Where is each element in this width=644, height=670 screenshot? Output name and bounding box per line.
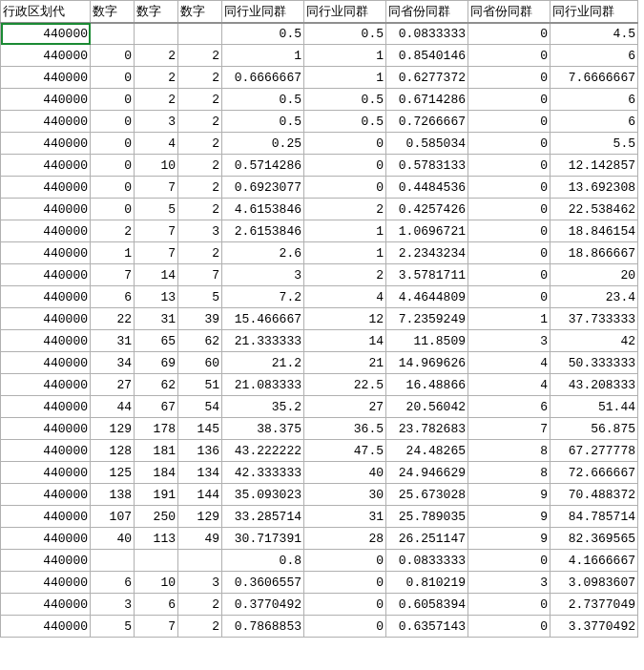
cell[interactable]: 0 (468, 23, 551, 45)
cell[interactable]: 0 (91, 45, 135, 67)
cell[interactable] (178, 550, 222, 572)
cell[interactable]: 0.6357143 (386, 616, 468, 638)
cell[interactable]: 7 (468, 418, 551, 440)
cell[interactable]: 0.4257426 (386, 199, 468, 220)
cell[interactable]: 16.48866 (386, 374, 468, 396)
cell[interactable]: 23.4 (551, 286, 638, 308)
cell[interactable]: 62 (135, 374, 178, 396)
cell[interactable]: 0.3606557 (222, 572, 304, 594)
cell[interactable]: 3.3770492 (551, 616, 638, 638)
cell[interactable]: 23.782683 (386, 418, 468, 440)
column-header[interactable]: 数字 (91, 1, 135, 23)
cell[interactable]: 184 (135, 462, 178, 484)
cell[interactable]: 18.846154 (551, 220, 638, 242)
cell[interactable]: 60 (178, 352, 222, 374)
cell[interactable]: 4.4644809 (386, 286, 468, 308)
cell[interactable]: 43.222222 (222, 440, 304, 462)
cell[interactable]: 0 (468, 286, 551, 308)
cell[interactable]: 40 (91, 528, 135, 550)
cell[interactable]: 36.5 (304, 418, 386, 440)
cell[interactable]: 7.2359249 (386, 308, 468, 330)
cell[interactable]: 440000 (1, 374, 91, 396)
cell[interactable]: 440000 (1, 396, 91, 418)
cell[interactable]: 0 (304, 155, 386, 177)
cell[interactable]: 30 (304, 484, 386, 506)
cell[interactable]: 2 (178, 616, 222, 638)
cell[interactable]: 0.8 (222, 550, 304, 572)
cell[interactable]: 14 (135, 264, 178, 286)
cell[interactable]: 113 (135, 528, 178, 550)
cell[interactable]: 82.369565 (551, 528, 638, 550)
cell[interactable]: 7 (135, 616, 178, 638)
cell[interactable]: 1 (304, 220, 386, 242)
cell[interactable]: 49 (178, 528, 222, 550)
cell[interactable] (135, 550, 178, 572)
cell[interactable]: 70.488372 (551, 484, 638, 506)
cell[interactable]: 0.6666667 (222, 67, 304, 89)
cell[interactable]: 69 (135, 352, 178, 374)
cell[interactable]: 2 (135, 89, 178, 111)
cell[interactable] (91, 550, 135, 572)
cell[interactable]: 2.6153846 (222, 220, 304, 242)
cell[interactable]: 440000 (1, 308, 91, 330)
cell[interactable]: 0 (91, 67, 135, 89)
cell[interactable]: 440000 (1, 89, 91, 111)
cell[interactable]: 0.585034 (386, 133, 468, 155)
cell[interactable]: 25.789035 (386, 506, 468, 528)
cell[interactable]: 440000 (1, 111, 91, 133)
cell[interactable]: 42 (551, 330, 638, 352)
cell[interactable]: 107 (91, 506, 135, 528)
column-header[interactable]: 同行业同群 (222, 1, 304, 23)
cell[interactable]: 0.5 (304, 23, 386, 45)
cell[interactable]: 250 (135, 506, 178, 528)
cell[interactable]: 12.142857 (551, 155, 638, 177)
cell[interactable]: 0.5 (222, 23, 304, 45)
cell[interactable]: 7 (135, 242, 178, 264)
cell[interactable]: 0.5 (304, 89, 386, 111)
cell[interactable]: 1 (222, 45, 304, 67)
cell[interactable]: 2 (178, 242, 222, 264)
cell[interactable]: 67 (135, 396, 178, 418)
cell[interactable]: 440000 (1, 242, 91, 264)
cell[interactable]: 2 (178, 177, 222, 199)
cell[interactable]: 21.333333 (222, 330, 304, 352)
cell[interactable]: 0.7868853 (222, 616, 304, 638)
cell[interactable]: 191 (135, 484, 178, 506)
cell[interactable]: 0.3770492 (222, 594, 304, 616)
cell[interactable]: 22.538462 (551, 199, 638, 220)
cell[interactable]: 440000 (1, 67, 91, 89)
cell[interactable]: 4.1666667 (551, 550, 638, 572)
cell[interactable] (178, 23, 222, 45)
cell[interactable]: 67.277778 (551, 440, 638, 462)
cell[interactable]: 125 (91, 462, 135, 484)
cell[interactable]: 65 (135, 330, 178, 352)
cell[interactable]: 129 (91, 418, 135, 440)
cell[interactable]: 0.810219 (386, 572, 468, 594)
cell[interactable]: 4 (135, 133, 178, 155)
cell[interactable]: 0 (468, 242, 551, 264)
cell[interactable]: 24.946629 (386, 462, 468, 484)
cell[interactable]: 7 (135, 177, 178, 199)
cell[interactable]: 0 (91, 89, 135, 111)
cell[interactable]: 4 (468, 374, 551, 396)
cell[interactable]: 440000 (1, 462, 91, 484)
cell[interactable]: 25.673028 (386, 484, 468, 506)
cell[interactable]: 178 (135, 418, 178, 440)
cell[interactable]: 440000 (1, 550, 91, 572)
cell[interactable]: 31 (135, 308, 178, 330)
cell[interactable]: 51.44 (551, 396, 638, 418)
cell[interactable]: 6 (468, 396, 551, 418)
column-header[interactable]: 同行业同群 (551, 1, 638, 23)
cell[interactable]: 0 (91, 133, 135, 155)
cell[interactable]: 6 (91, 572, 135, 594)
cell[interactable]: 2 (135, 67, 178, 89)
cell[interactable]: 84.785714 (551, 506, 638, 528)
cell[interactable]: 3 (468, 330, 551, 352)
cell[interactable]: 440000 (1, 199, 91, 220)
cell[interactable]: 2 (178, 111, 222, 133)
cell[interactable]: 3 (222, 264, 304, 286)
cell[interactable]: 0 (468, 45, 551, 67)
cell[interactable]: 2 (178, 133, 222, 155)
cell[interactable]: 440000 (1, 286, 91, 308)
cell[interactable]: 440000 (1, 264, 91, 286)
